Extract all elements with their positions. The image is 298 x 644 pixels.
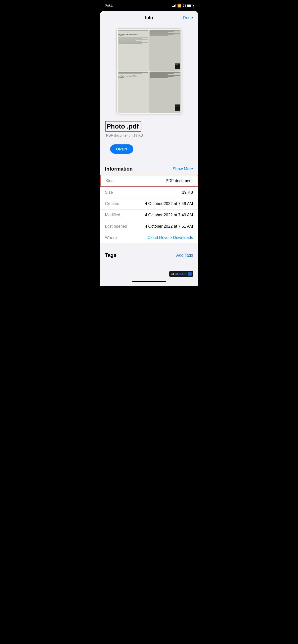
file-info-section: Photo .pdf PDF document – 19 KB [100, 118, 198, 139]
watermark-brand: GADGETS [175, 273, 187, 275]
information-section-title: Information [105, 166, 133, 172]
info-value-where[interactable]: iCloud Drive > Downloads [147, 235, 193, 240]
time: 7:54 [105, 4, 113, 8]
battery-indicator: 73 [183, 4, 193, 8]
file-subtitle: PDF document – 19 KB [105, 133, 193, 137]
info-label-created: Created [105, 202, 119, 206]
info-label-last-opened: Last opened [105, 224, 127, 229]
info-label-size: Size [105, 190, 113, 195]
info-value-size: 19 KB [182, 190, 193, 195]
wifi-icon: 📶 [177, 4, 181, 8]
watermark-text: G1 [171, 273, 174, 275]
open-button-container: OPEN [100, 139, 198, 162]
open-button[interactable]: OPEN [110, 144, 134, 154]
table-row: Modified 4 October 2022 at 7:49 AM [100, 210, 198, 221]
pdf-top-left: rica Papaya Leaf Extract Tablets aripill… [118, 30, 149, 71]
info-value-last-opened: 4 October 2022 at 7:51 AM [145, 224, 193, 229]
tags-section-header: Tags Add Tags [100, 249, 198, 261]
watermark: G1 GADGETS [169, 271, 193, 277]
pdf-bottom-row: rica Papaya Leaf Extract Tablets aripill… [118, 71, 181, 113]
pdf-preview-content: rica Papaya Leaf Extract Tablets aripill… [117, 29, 182, 114]
pdf-top-row: rica Papaya Leaf Extract Tablets aripill… [118, 30, 181, 71]
table-row: Created 4 October 2022 at 7:49 AM [100, 198, 198, 210]
table-row: Size 19 KB [100, 187, 198, 198]
pdf-bottom-left: rica Papaya Leaf Extract Tablets aripill… [118, 71, 149, 113]
battery-box [187, 4, 193, 7]
preview-section: rica Papaya Leaf Extract Tablets aripill… [100, 23, 198, 118]
information-section-header: Information Show More [100, 162, 198, 175]
file-name: Photo .pdf [107, 123, 139, 130]
watermark-icon [188, 272, 192, 276]
pdf-dark-label-2: MICRO LABS LIMITED [175, 104, 180, 111]
content-sheet: Info Done rica Papaya Leaf Extract Table… [100, 11, 198, 286]
file-preview-image: rica Papaya Leaf Extract Tablets aripill… [116, 28, 182, 114]
info-value-kind: PDF document [166, 179, 193, 183]
home-indicator [132, 281, 166, 282]
pdf-bottom-right: MICRO LABS LIMITED [149, 71, 181, 113]
show-more-button[interactable]: Show More [173, 167, 193, 171]
file-name-box: Photo .pdf [105, 121, 142, 132]
status-bar: 7:54 📶 73 [100, 0, 198, 10]
info-value-modified: 4 October 2022 at 7:49 AM [145, 213, 193, 217]
pdf-dark-label: MICRO LABS LIMITED [175, 63, 180, 69]
info-label-modified: Modified [105, 213, 120, 217]
table-row: Kind PDF document [100, 175, 198, 187]
bottom-safe-area [100, 281, 198, 286]
information-table: Kind PDF document Size 19 KB Created 4 O… [100, 175, 198, 243]
status-icons: 📶 73 [172, 4, 193, 8]
signal-icon [172, 4, 176, 7]
info-value-created: 4 October 2022 at 7:49 AM [145, 202, 193, 206]
table-row: Where iCloud Drive > Downloads [100, 232, 198, 243]
add-tags-button[interactable]: Add Tags [176, 253, 193, 258]
info-label-where: Where [105, 235, 117, 240]
battery-level-text: 73 [183, 4, 186, 8]
done-button[interactable]: Done [181, 15, 193, 20]
table-row: Last opened 4 October 2022 at 7:51 AM [100, 221, 198, 232]
info-header: Info Done [100, 11, 198, 23]
tags-section-title: Tags [105, 252, 116, 258]
page-title: Info [118, 15, 181, 20]
tags-section: Tags Add Tags [100, 249, 198, 261]
watermark-area: G1 GADGETS [100, 261, 198, 277]
info-label-kind: Kind [106, 179, 114, 183]
pdf-top-right: MICRO LABS LIMITED [149, 30, 181, 71]
battery-fill [187, 5, 191, 7]
